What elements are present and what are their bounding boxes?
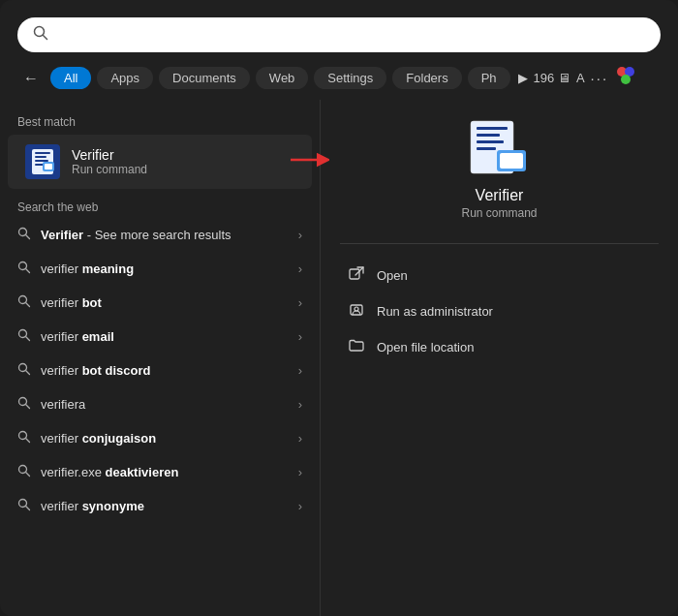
list-item[interactable]: verifier meaning › xyxy=(0,252,320,286)
main-content: Best match Verifier Run command xyxy=(0,100,678,616)
search-panel: Verifier ← All Apps Documents Web Settin… xyxy=(0,0,678,616)
list-item[interactable]: verifier bot › xyxy=(0,286,320,320)
svg-rect-7 xyxy=(35,152,50,154)
list-item[interactable]: verifier conjugaison › xyxy=(0,421,320,455)
svg-point-4 xyxy=(621,75,631,84)
best-match-label: Best match xyxy=(0,109,320,133)
search-web-icon xyxy=(17,261,31,277)
search-web-icon xyxy=(17,498,31,514)
search-item-text: Verifier - See more search results xyxy=(41,228,289,242)
more-button[interactable]: ··· xyxy=(591,70,609,86)
svg-line-29 xyxy=(26,473,30,477)
app-name: Verifier xyxy=(72,147,147,163)
list-item[interactable]: verifier email › xyxy=(0,320,320,354)
list-item[interactable]: verifier.exe deaktivieren › xyxy=(0,455,320,489)
svg-line-17 xyxy=(26,269,30,273)
chevron-icon: › xyxy=(298,397,302,412)
tab-all[interactable]: All xyxy=(50,67,91,89)
search-input[interactable]: Verifier xyxy=(58,26,645,44)
search-web-icon xyxy=(17,396,31,413)
divider xyxy=(340,243,659,244)
search-item-text: verifier.exe deaktivieren xyxy=(41,465,289,479)
svg-rect-8 xyxy=(35,156,46,158)
chevron-icon: › xyxy=(298,465,302,479)
tab-web[interactable]: Web xyxy=(256,67,309,89)
svg-rect-36 xyxy=(477,140,504,143)
list-item[interactable]: verifier synonyme › xyxy=(0,489,320,523)
search-item-text: verifiera xyxy=(41,397,289,412)
filter-tabs: ← All Apps Documents Web Settings Folder… xyxy=(0,52,678,100)
svg-point-20 xyxy=(19,330,27,338)
admin-icon xyxy=(348,302,365,321)
search-web-icon xyxy=(17,464,31,480)
svg-rect-9 xyxy=(35,160,48,162)
svg-point-18 xyxy=(19,296,27,304)
svg-line-15 xyxy=(26,235,30,239)
play-button[interactable]: ▶ xyxy=(518,71,528,85)
svg-point-26 xyxy=(19,432,27,440)
svg-line-27 xyxy=(26,439,30,443)
tab-apps[interactable]: Apps xyxy=(97,67,153,89)
app-detail-icon-wrapper xyxy=(340,119,659,177)
svg-point-28 xyxy=(19,466,27,474)
left-panel: Best match Verifier Run command xyxy=(0,100,320,616)
svg-line-25 xyxy=(26,405,30,409)
back-button[interactable]: ← xyxy=(17,66,45,91)
search-item-text: verifier synonyme xyxy=(41,499,289,513)
letter-badge[interactable]: A xyxy=(576,71,585,85)
search-bar: Verifier xyxy=(17,17,661,52)
web-search-label: Search the web xyxy=(0,191,320,218)
chevron-icon: › xyxy=(298,295,302,310)
open-action[interactable]: Open xyxy=(340,258,659,293)
search-item-text: verifier bot xyxy=(41,295,289,310)
list-item[interactable]: Verifier - See more search results › xyxy=(0,218,320,252)
tab-folders[interactable]: Folders xyxy=(392,67,461,89)
open-file-location-action[interactable]: Open file location xyxy=(340,329,659,365)
folder-icon xyxy=(348,338,365,356)
search-web-icon xyxy=(17,430,31,447)
app-detail-sub: Run command xyxy=(340,206,659,220)
open-icon xyxy=(348,266,365,285)
app-icon xyxy=(25,144,60,179)
svg-line-1 xyxy=(44,36,47,40)
chevron-icon: › xyxy=(298,363,302,378)
app-detail-icon xyxy=(466,119,534,177)
search-web-icon xyxy=(17,362,31,379)
search-item-text: verifier bot discord xyxy=(41,363,289,378)
svg-point-24 xyxy=(19,398,27,406)
open-label: Open xyxy=(377,268,408,283)
svg-rect-34 xyxy=(477,127,508,130)
svg-point-43 xyxy=(354,307,358,311)
filter-extras: ▶ 196 🖥 A ··· xyxy=(518,64,638,92)
colorful-icon[interactable] xyxy=(614,64,637,92)
svg-line-31 xyxy=(26,507,30,510)
search-icon xyxy=(33,25,48,45)
search-item-text: verifier meaning xyxy=(41,262,289,276)
app-info: Verifier Run command xyxy=(72,147,147,176)
run-as-admin-action[interactable]: Run as administrator xyxy=(340,293,659,329)
right-panel: Verifier Run command Open xyxy=(320,100,678,616)
svg-rect-12 xyxy=(45,164,52,169)
svg-point-22 xyxy=(19,364,27,372)
count-badge: 196 🖥 xyxy=(534,71,570,85)
list-item[interactable]: verifiera › xyxy=(0,387,320,421)
chevron-icon: › xyxy=(298,499,302,513)
chevron-icon: › xyxy=(298,431,302,446)
tab-settings[interactable]: Settings xyxy=(314,67,386,89)
search-item-text: verifier email xyxy=(41,329,289,344)
svg-line-19 xyxy=(26,303,30,307)
search-item-text: verifier conjugaison xyxy=(41,431,289,446)
best-match-item[interactable]: Verifier Run command xyxy=(8,135,312,189)
search-web-icon xyxy=(17,328,31,345)
chevron-icon: › xyxy=(298,329,302,344)
list-item[interactable]: verifier bot discord › xyxy=(0,354,320,387)
svg-point-30 xyxy=(19,500,27,508)
svg-line-23 xyxy=(26,371,30,375)
app-sub: Run command xyxy=(72,163,147,176)
tab-documents[interactable]: Documents xyxy=(159,67,250,89)
app-detail-name: Verifier xyxy=(340,187,659,204)
tab-ph[interactable]: Ph xyxy=(468,67,510,89)
svg-point-14 xyxy=(19,229,27,236)
search-web-icon xyxy=(17,227,31,243)
svg-rect-35 xyxy=(477,134,500,137)
